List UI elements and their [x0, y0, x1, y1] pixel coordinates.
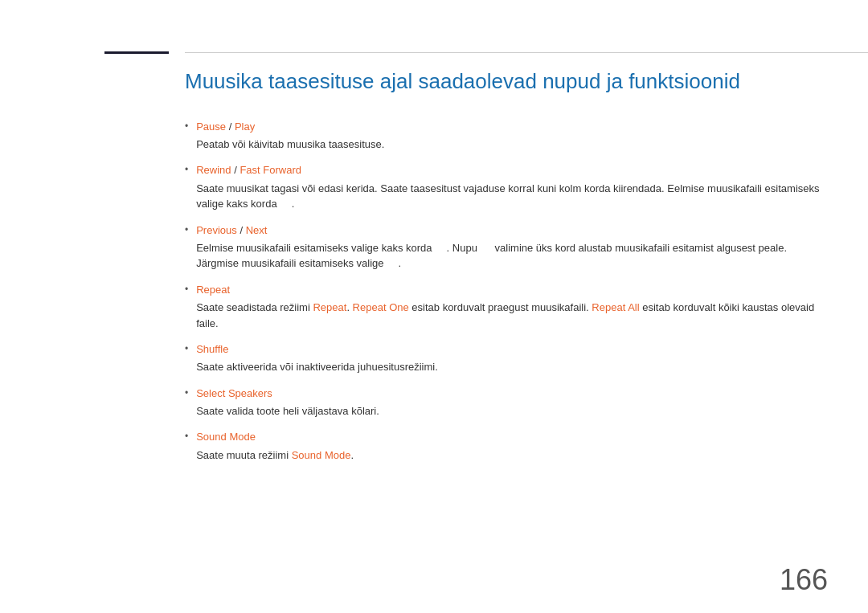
bullet-icon: • [185, 431, 188, 442]
page-title: Muusika taasesituse ajal saadaolevad nup… [185, 68, 828, 96]
left-accent [0, 48, 185, 54]
top-rule [185, 52, 868, 53]
list-item: • Pause / Play Peatab või käivitab muusi… [185, 120, 828, 153]
item-content: Rewind / Fast Forward Saate muusikat tag… [196, 163, 828, 211]
repeat-label: Repeat [196, 284, 230, 296]
item-content: Repeat Saate seadistada režiimi Repeat. … [196, 283, 828, 331]
item-desc: Saate muusikat tagasi või edasi kerida. … [196, 181, 828, 212]
item-desc: Saate seadistada režiimi Repeat. Repeat … [196, 300, 828, 331]
shuffle-label: Shuffle [196, 343, 228, 355]
item-desc: Eelmise muusikafaili esitamiseks valige … [196, 240, 828, 256]
item-header: Rewind / Fast Forward [196, 163, 828, 178]
item-desc: Saate muuta režiimi Sound Mode. [196, 447, 828, 464]
item-content: Previous / Next Eelmise muusikafaili esi… [196, 223, 828, 272]
bullet-icon: • [185, 284, 188, 295]
previous-label: Previous [196, 224, 237, 236]
separator: / [240, 224, 245, 236]
fast-forward-label: Fast Forward [240, 164, 301, 176]
item-desc: Peatab või käivitab muusika taasesituse. [196, 137, 828, 153]
list-item: • Previous / Next Eelmise muusikafaili e… [185, 223, 828, 272]
item-header: Shuffle [196, 342, 828, 357]
sound-mode-label: Sound Mode [196, 431, 256, 443]
bullet-icon: • [185, 164, 188, 175]
items-list: • Pause / Play Peatab või käivitab muusi… [185, 120, 828, 463]
repeat-one-inline: Repeat One [353, 301, 409, 313]
next-label: Next [246, 224, 268, 236]
list-item: • Shuffle Saate aktiveerida või inaktive… [185, 342, 828, 375]
item-desc-2: Järgmise muusikafaili esitamiseks valige… [196, 255, 828, 272]
item-content: Shuffle Saate aktiveerida või inaktiveer… [196, 342, 828, 375]
accent-line [104, 51, 169, 54]
item-header: Previous / Next [196, 223, 828, 238]
page-number: 166 [780, 563, 828, 597]
main-content: Muusika taasesituse ajal saadaolevad nup… [185, 68, 828, 581]
item-header: Pause / Play [196, 120, 828, 134]
item-header: Sound Mode [196, 430, 828, 444]
top-bar [0, 48, 868, 54]
item-content: Select Speakers Saate valida toote heli … [196, 386, 828, 419]
bullet-icon: • [185, 224, 188, 235]
bullet-icon: • [185, 121, 188, 132]
item-header: Select Speakers [196, 386, 828, 401]
item-content: Sound Mode Saate muuta režiimi Sound Mod… [196, 430, 828, 463]
pause-label: Pause [196, 121, 226, 133]
sound-mode-inline: Sound Mode [292, 449, 351, 461]
select-speakers-label: Select Speakers [196, 387, 272, 399]
bullet-icon: • [185, 343, 188, 354]
rewind-label: Rewind [196, 164, 231, 176]
item-desc: Saate valida toote heli väljastava kõlar… [196, 403, 828, 419]
repeat-all-inline: Repeat All [592, 301, 639, 313]
bullet-icon: • [185, 387, 188, 398]
item-header: Repeat [196, 283, 828, 297]
repeat-inline: Repeat [313, 301, 346, 313]
item-desc: Saate aktiveerida või inaktiveerida juhu… [196, 359, 828, 375]
separator: / [229, 121, 235, 133]
play-label: Play [235, 121, 255, 133]
list-item: • Sound Mode Saate muuta režiimi Sound M… [185, 430, 828, 463]
list-item: • Repeat Saate seadistada režiimi Repeat… [185, 283, 828, 331]
list-item: • Rewind / Fast Forward Saate muusikat t… [185, 163, 828, 211]
item-content: Pause / Play Peatab või käivitab muusika… [196, 120, 828, 153]
list-item: • Select Speakers Saate valida toote hel… [185, 386, 828, 419]
